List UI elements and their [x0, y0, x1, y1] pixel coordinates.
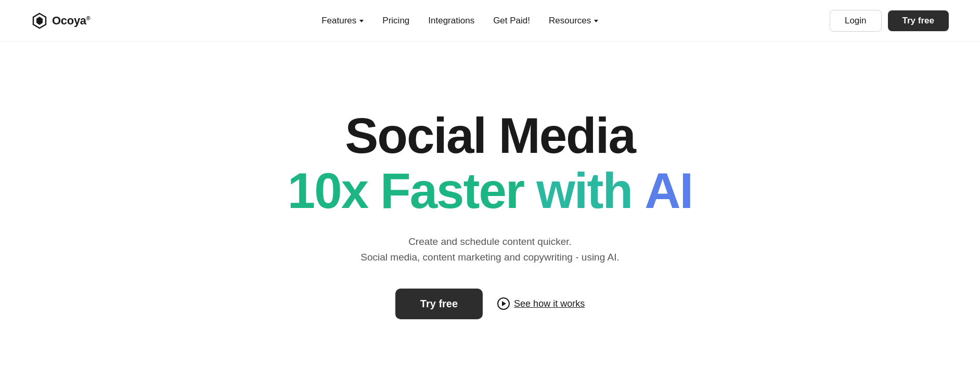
- play-triangle-icon: [502, 301, 506, 306]
- hero-subtitle: Create and schedule content quicker. Soc…: [360, 234, 619, 266]
- hero-title-line2: 10x Faster with AI: [288, 165, 692, 217]
- hero-title-line1: Social Media: [345, 111, 635, 161]
- nav-link-resources[interactable]: Resources: [549, 16, 598, 26]
- nav-item-features[interactable]: Features: [321, 16, 364, 26]
- chevron-down-icon: [594, 20, 598, 22]
- chevron-down-icon: [359, 20, 364, 22]
- nav-link-features[interactable]: Features: [321, 16, 364, 26]
- play-circle-icon: [497, 297, 510, 310]
- logo-text: Ocoya®: [52, 14, 91, 28]
- hero-title-10x: 10x: [288, 165, 368, 217]
- svg-marker-1: [36, 17, 43, 25]
- navbar: Ocoya® Features Pricing Integrations Get…: [0, 0, 980, 42]
- hero-title-faster: Faster: [380, 165, 524, 217]
- nav-item-get-paid[interactable]: Get Paid!: [493, 16, 530, 26]
- hero-subtitle-line1: Create and schedule content quicker.: [360, 234, 619, 250]
- hero-actions: Try free See how it works: [395, 289, 585, 319]
- hero-title-with: with: [536, 165, 632, 217]
- nav-links: Features Pricing Integrations Get Paid! …: [321, 16, 598, 26]
- hero-subtitle-line2: Social media, content marketing and copy…: [360, 250, 619, 265]
- nav-item-pricing[interactable]: Pricing: [382, 16, 409, 26]
- nav-item-resources[interactable]: Resources: [549, 16, 598, 26]
- login-button[interactable]: Login: [830, 10, 882, 32]
- see-how-button[interactable]: See how it works: [497, 297, 585, 310]
- hero-section: Social Media 10x Faster with AI Create a…: [0, 42, 980, 378]
- nav-link-pricing[interactable]: Pricing: [382, 16, 409, 26]
- try-free-hero-button[interactable]: Try free: [395, 289, 483, 319]
- nav-link-get-paid[interactable]: Get Paid!: [493, 16, 530, 26]
- nav-link-integrations[interactable]: Integrations: [428, 16, 474, 26]
- ocoya-logo-icon: [31, 12, 48, 29]
- see-how-label: See how it works: [514, 298, 585, 309]
- logo[interactable]: Ocoya®: [31, 12, 91, 29]
- nav-actions: Login Try free: [830, 10, 949, 32]
- nav-item-integrations[interactable]: Integrations: [428, 16, 474, 26]
- try-free-nav-button[interactable]: Try free: [888, 10, 949, 31]
- hero-title-ai: AI: [644, 165, 692, 217]
